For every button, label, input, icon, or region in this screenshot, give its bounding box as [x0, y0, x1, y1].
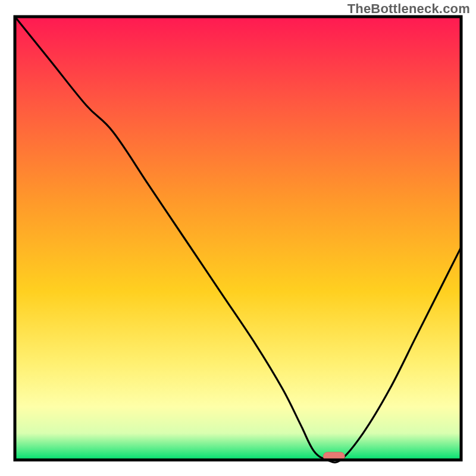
- bottleneck-chart: [0, 0, 476, 476]
- chart-container: TheBottleneck.com: [0, 0, 476, 476]
- plot-background: [15, 17, 461, 460]
- watermark-label: TheBottleneck.com: [347, 1, 470, 17]
